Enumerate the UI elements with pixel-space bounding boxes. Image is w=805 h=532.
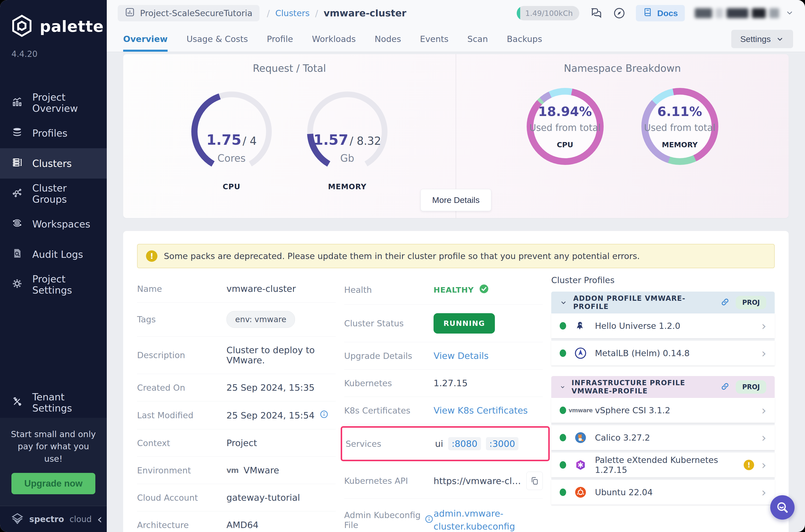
row-label: Kubernetes API: [344, 476, 434, 486]
copy-button[interactable]: [526, 472, 543, 490]
memory-used-caption: Used from total: [644, 122, 715, 133]
calico-icon: [574, 431, 588, 444]
profile-pack-name: Palette eXtended Kubernetes 1.27.15: [595, 455, 736, 475]
upgrade-view-details-link[interactable]: View Details: [434, 351, 488, 361]
sidebar: palette 4.4.20 Project Overview: [0, 0, 107, 532]
collapse-sidebar-icon[interactable]: ‹: [97, 513, 102, 526]
tab-label: Overview: [123, 34, 168, 44]
addon-profile-header[interactable]: ADDON PROFILE VMWARE-PROFILE PROJ: [551, 291, 775, 314]
sidebar-item-label: Tenant Settings: [32, 392, 95, 414]
profile-item-ubuntu[interactable]: Ubuntu 22.04 ›: [551, 480, 775, 505]
detail-row-architecture: Architecture AMD64: [137, 511, 336, 532]
architecture-value: AMD64: [227, 520, 258, 530]
cluster-details-card: ! Some packs are deprecated. Please upda…: [123, 231, 789, 532]
kubernetes-version-value: 1.27.15: [434, 378, 467, 388]
admin-kubeconfig-link[interactable]: admin.vmware-cluster.kubeconfig: [434, 507, 516, 532]
upgrade-now-button[interactable]: Upgrade now: [12, 473, 95, 494]
brand-logo: palette: [0, 0, 107, 38]
context-value: Project: [227, 438, 257, 448]
compass-button[interactable]: [613, 6, 626, 20]
info-icon[interactable]: [320, 410, 328, 421]
memory-donut-label: MEMORY: [662, 140, 698, 149]
row-label: Environment: [137, 466, 227, 475]
chevron-down-icon: [560, 299, 568, 306]
profile-item-hello-universe[interactable]: Hello Universe 1.2.0 ›: [551, 314, 775, 338]
settings-button[interactable]: Settings: [731, 30, 793, 48]
chat-button[interactable]: [589, 6, 602, 20]
sidebar-item-label: Profiles: [32, 128, 68, 139]
memory-gauge-text: 1.57 / 8.32 Gb: [300, 132, 395, 164]
sidebar-nav: Project Overview Profiles: [0, 88, 107, 300]
row-label: Cluster Status: [344, 318, 434, 328]
tab-usage-costs[interactable]: Usage & Costs: [187, 26, 248, 52]
profile-item-metallb[interactable]: MetalLB (Helm) 0.14.8 ›: [551, 341, 775, 366]
sidebar-item-clusters[interactable]: Clusters: [0, 148, 107, 178]
memory-donut-ring: 6.11% Used from total MEMORY: [641, 88, 718, 165]
row-label: Services: [346, 439, 435, 449]
detail-row-k8s-certificates: K8s Certificates View K8s Certificates: [344, 397, 543, 424]
docs-button[interactable]: Docs: [636, 5, 685, 21]
usage-meter: 1.49/100kCh: [517, 6, 579, 20]
row-label: Kubernetes: [344, 378, 434, 388]
profile-item-palette-extended-kubernetes[interactable]: Palette eXtended Kubernetes 1.27.15 ! ›: [551, 453, 775, 477]
sidebar-item-label: Project Overview: [32, 92, 95, 114]
more-details-button[interactable]: More Details: [421, 189, 492, 211]
row-label: Name: [137, 284, 227, 294]
sidebar-item-project-settings[interactable]: Project Settings: [0, 269, 107, 300]
sidebar-item-label: Project Settings: [32, 273, 95, 296]
tab-profile[interactable]: Profile: [267, 26, 293, 52]
sidebar-item-workspaces[interactable]: Workspaces: [0, 209, 107, 239]
namespace-memory-donut: 6.11% Used from total MEMORY: [641, 88, 718, 165]
upgrade-message: Start small and only pay for what you us…: [9, 428, 98, 465]
view-k8s-certificates-link[interactable]: View K8s Certificates: [434, 405, 528, 416]
sidebar-item-label: Clusters: [32, 158, 72, 169]
tab-backups[interactable]: Backups: [507, 26, 542, 52]
user-menu[interactable]: [695, 8, 794, 18]
breadcrumb-clusters-link[interactable]: Clusters: [275, 8, 310, 18]
tab-nodes[interactable]: Nodes: [375, 26, 401, 52]
infrastructure-profile-header[interactable]: INFRASTRUCTURE PROFILE VMWARE-PROFILE PR…: [551, 376, 775, 398]
cpu-unit: Cores: [185, 152, 279, 164]
ubuntu-icon: [574, 486, 588, 499]
tab-events[interactable]: Events: [420, 26, 448, 52]
namespace-cpu-donut: 18.94% Used from total CPU: [526, 88, 603, 165]
server-icon: [12, 157, 23, 170]
status-dot: [560, 322, 566, 329]
project-name: Project-ScaleSecureTutoria: [140, 8, 252, 18]
environment-value: VMware: [244, 465, 279, 475]
detail-row-name: Name vmware-cluster: [137, 275, 336, 303]
top-bar-actions: 1.49/100kCh: [517, 5, 794, 21]
sidebar-item-label: Workspaces: [32, 218, 90, 230]
detail-row-admin-kubeconfig: Admin Kubeconfig File admin.vmware-clust…: [344, 499, 543, 532]
sidebar-item-tenant-settings[interactable]: Tenant Settings: [0, 387, 107, 418]
service-port-8080-link[interactable]: :8080: [448, 437, 481, 450]
sidebar-item-audit-logs[interactable]: Audit Logs: [0, 239, 107, 269]
tab-bar: Overview Usage & Costs Profile Workloads…: [107, 26, 805, 52]
warning-icon: !: [146, 250, 157, 262]
profile-pack-name: MetalLB (Helm) 0.14.8: [595, 348, 690, 358]
settings-label: Settings: [740, 34, 771, 44]
status-dot: [560, 489, 566, 496]
sidebar-item-profiles[interactable]: Profiles: [0, 118, 107, 148]
sidebar-item-project-overview[interactable]: Project Overview: [0, 88, 107, 118]
profile-item-calico[interactable]: Calico 3.27.2 ›: [551, 425, 775, 450]
cluster-profiles-column: Cluster Profiles ADDON PROFILE VMWARE-PR…: [551, 275, 775, 532]
project-selector[interactable]: Project-ScaleSecureTutoria: [118, 5, 260, 21]
tab-workloads[interactable]: Workloads: [312, 26, 356, 52]
tab-overview[interactable]: Overview: [123, 26, 168, 52]
namespace-breakdown-title: Namespace Breakdown: [456, 62, 789, 74]
check-circle-icon: [479, 284, 489, 296]
orbit-icon: [12, 217, 23, 231]
profile-pack-name: Hello Universe 1.2.0: [595, 321, 681, 331]
sidebar-item-cluster-groups[interactable]: Cluster Groups: [0, 178, 107, 209]
breadcrumb: / Clusters / vmware-cluster: [267, 8, 406, 19]
row-label: Upgrade Details: [344, 351, 434, 361]
search-help-button[interactable]: [770, 495, 794, 519]
overview-column: Name vmware-cluster Tags env: vmware Des…: [137, 275, 336, 532]
service-port-3000-link[interactable]: :3000: [486, 437, 519, 450]
info-icon[interactable]: [425, 515, 434, 526]
tab-scan[interactable]: Scan: [467, 26, 488, 52]
chevron-down-icon: [776, 35, 784, 43]
network-icon: [12, 187, 23, 201]
profile-item-vsphere-csi[interactable]: vmware vSphere CSI 3.1.2 ›: [551, 398, 775, 423]
